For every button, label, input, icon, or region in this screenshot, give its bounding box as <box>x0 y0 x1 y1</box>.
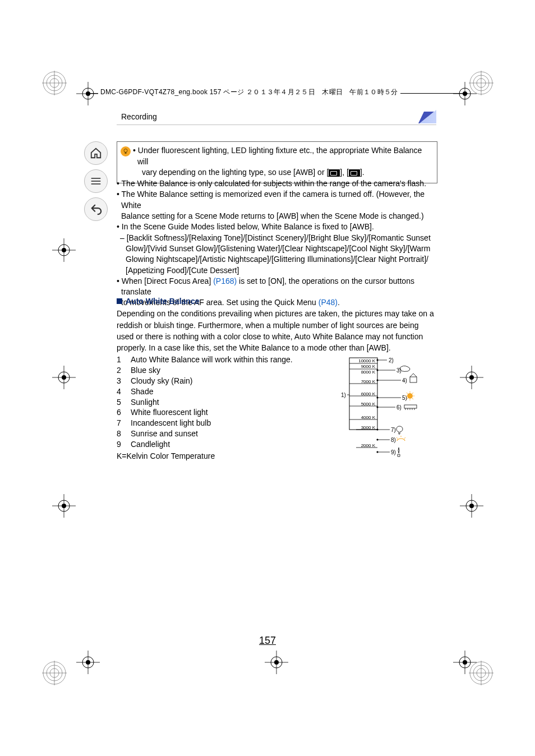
svg-line-110 <box>412 393 413 394</box>
crosshair-mark <box>460 366 483 389</box>
svg-text:7): 7) <box>391 427 396 433</box>
body-notes: • The White Balance is only calculated f… <box>117 178 437 308</box>
svg-text:8): 8) <box>391 437 396 443</box>
svg-text:6): 6) <box>396 404 402 411</box>
note-text: • When [Direct Focus Area] (P168) is set… <box>117 276 437 298</box>
list-item: 6White fluorescent light <box>117 407 330 418</box>
list-item: 9Candlelight <box>117 439 330 450</box>
svg-point-31 <box>62 248 66 252</box>
wb-preset-icon <box>329 169 340 177</box>
note-text: Glow]/[Vivid Sunset Glow]/[Glistening Wa… <box>117 243 437 254</box>
svg-point-85 <box>377 359 378 361</box>
note-text: Glowing Nightscape]/[Artistic Nightscape… <box>117 254 437 265</box>
svg-point-27 <box>463 91 467 96</box>
note-text: Balance setting for a Scene Mode returns… <box>117 211 437 222</box>
svg-point-55 <box>274 660 279 665</box>
separator-line <box>117 125 436 125</box>
awb-paragraph: Depending on the conditions prevailing w… <box>117 308 437 353</box>
svg-point-89 <box>377 407 378 408</box>
doc-header-text: DMC-G6PDF-VQT4Z78_eng.book 157 ページ ２０１３年… <box>98 87 400 97</box>
svg-text:10000 K: 10000 K <box>358 358 375 363</box>
crosshair-mark <box>52 238 76 262</box>
wb-preset-icon <box>349 169 360 177</box>
registration-mark-tl <box>42 71 67 95</box>
svg-text:9): 9) <box>391 449 396 455</box>
note-text: [Appetizing Food]/[Cute Dessert] <box>117 265 437 276</box>
svg-text:9000 K: 9000 K <box>361 364 376 369</box>
svg-text:5000 K: 5000 K <box>361 402 376 407</box>
square-bullet-icon <box>117 298 122 304</box>
registration-mark-bl <box>42 661 67 685</box>
svg-point-102 <box>407 393 413 399</box>
crosshair-mark <box>76 651 100 674</box>
svg-line-118 <box>404 437 405 439</box>
list-item: 8Sunrise and sunset <box>117 428 330 439</box>
svg-point-39 <box>469 375 474 380</box>
crosshair-mark <box>52 494 76 518</box>
svg-text:7000 K: 7000 K <box>361 379 376 384</box>
crosshair-mark <box>453 651 477 674</box>
svg-text:2): 2) <box>389 357 394 363</box>
awb-heading: Auto White Balance <box>117 296 437 307</box>
awb-list: 1Auto White Balance will work within thi… <box>117 354 330 462</box>
section-header: Recording <box>117 110 436 123</box>
kelvin-note: K=Kelvin Color Temperature <box>117 451 330 462</box>
note-text: • The White Balance is only calculated f… <box>117 178 437 189</box>
list-item: 3Cloudy sky (Rain) <box>117 376 330 386</box>
crosshair-mark <box>453 82 477 105</box>
lightbulb-icon <box>121 146 131 156</box>
svg-point-23 <box>86 91 90 96</box>
svg-line-117 <box>396 437 398 439</box>
svg-point-87 <box>377 380 378 381</box>
page-number: 157 <box>0 635 535 647</box>
tip-line2: vary depending on the lighting type, so … <box>133 167 432 178</box>
crosshair-mark <box>460 494 483 518</box>
svg-point-43 <box>62 504 66 508</box>
svg-text:4000 K: 4000 K <box>361 415 376 420</box>
list-item: 1Auto White Balance will work within thi… <box>117 354 330 365</box>
svg-rect-101 <box>410 377 417 382</box>
svg-point-59 <box>463 660 467 665</box>
crosshair-mark <box>76 82 100 105</box>
tip-box: • Under fluorescent lighting, LED lighti… <box>117 141 437 183</box>
svg-point-90 <box>377 429 378 430</box>
svg-point-47 <box>469 504 474 508</box>
tip-line1: • Under fluorescent lighting, LED lighti… <box>133 145 432 167</box>
svg-text:8000 K: 8000 K <box>361 370 376 375</box>
list-item: 4Shade <box>117 386 330 397</box>
svg-text:1): 1) <box>341 392 346 398</box>
awb-section: Auto White Balance Depending on the cond… <box>117 296 437 353</box>
svg-text:6000 K: 6000 K <box>361 391 376 397</box>
svg-text:2000 K: 2000 K <box>361 443 376 448</box>
page-link[interactable]: (P168) <box>213 276 237 285</box>
list-item: 2Blue sky <box>117 365 330 376</box>
note-text: – [Backlit Softness]/[Relaxing Tone]/[Di… <box>117 233 437 243</box>
svg-point-91 <box>377 439 378 440</box>
toc-icon[interactable] <box>84 169 108 193</box>
home-icon[interactable] <box>84 141 108 165</box>
section-title: Recording <box>117 112 157 121</box>
svg-text:4): 4) <box>402 377 407 384</box>
back-icon[interactable] <box>84 197 108 221</box>
svg-text:3000 K: 3000 K <box>361 425 376 430</box>
svg-line-108 <box>412 398 413 399</box>
svg-point-63 <box>124 149 127 153</box>
svg-point-86 <box>377 370 378 371</box>
list-item: 5Sunlight <box>117 397 330 408</box>
note-text: • In the Scene Guide Modes listed below,… <box>117 222 437 232</box>
svg-point-35 <box>62 375 66 380</box>
svg-line-107 <box>407 393 408 394</box>
svg-point-92 <box>377 451 378 453</box>
note-text: • The White Balance setting is memorized… <box>117 189 437 211</box>
svg-point-51 <box>86 660 90 665</box>
crosshair-mark <box>265 651 288 674</box>
svg-point-88 <box>377 397 378 398</box>
svg-rect-64 <box>125 153 127 154</box>
svg-rect-111 <box>404 405 417 408</box>
list-item: 7Incandescent light bulb <box>117 418 330 428</box>
kelvin-diagram: 1) 10000 K 9000 K 8000 K 7000 K 6000 K 5… <box>339 357 437 469</box>
crosshair-mark <box>52 366 76 389</box>
